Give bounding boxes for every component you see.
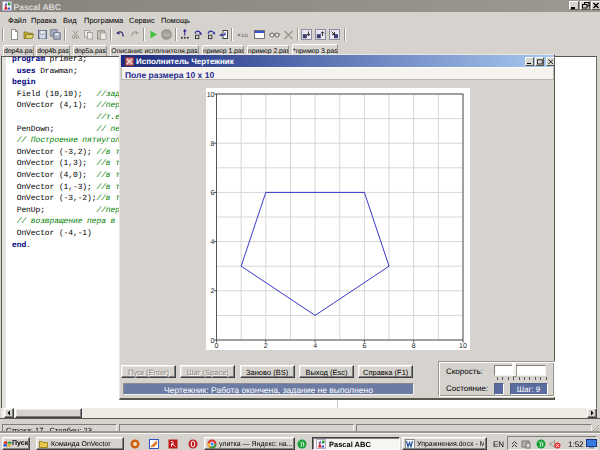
svg-text:6: 6 — [362, 343, 366, 350]
svg-text:10: 10 — [459, 343, 467, 350]
svg-text:STOP: STOP — [163, 33, 171, 37]
svg-text:4: 4 — [313, 343, 317, 350]
svg-text:0: 0 — [210, 338, 214, 345]
svg-text:10: 10 — [206, 92, 214, 99]
svg-text:6: 6 — [210, 190, 214, 197]
svg-text:0: 0 — [214, 343, 218, 350]
svg-text:123: 123 — [241, 33, 248, 39]
svg-text:2: 2 — [263, 343, 267, 350]
svg-text:8: 8 — [411, 343, 415, 350]
svg-text:2: 2 — [210, 288, 214, 295]
svg-text:4: 4 — [210, 239, 214, 246]
svg-text:8: 8 — [210, 141, 214, 148]
